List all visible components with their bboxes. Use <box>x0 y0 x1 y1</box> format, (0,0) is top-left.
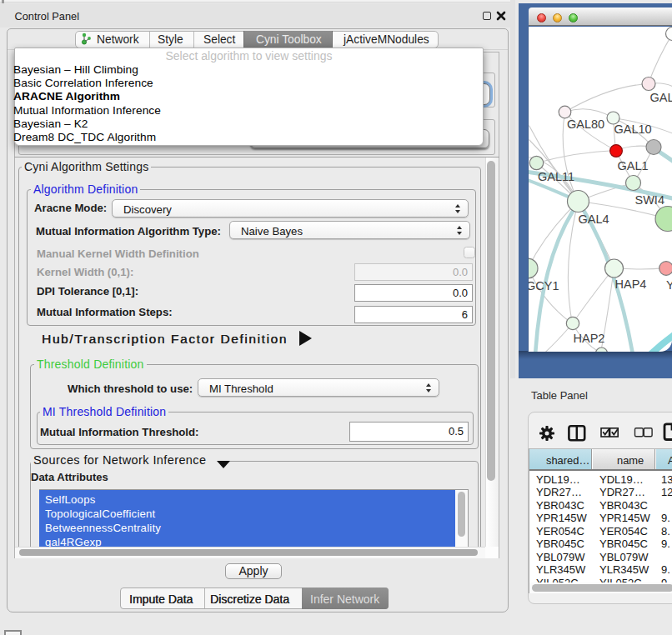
svg-text:Y: Y <box>666 278 672 291</box>
svg-text:GAL11: GAL11 <box>538 169 574 182</box>
svg-text:GCY1: GCY1 <box>529 278 559 292</box>
svg-text:GAL4: GAL4 <box>579 212 609 226</box>
svg-text:GAL10: GAL10 <box>614 122 652 136</box>
svg-text:GAL80: GAL80 <box>567 118 604 131</box>
svg-text:HAP4: HAP4 <box>615 277 647 290</box>
svg-text:GAL: GAL <box>650 90 672 103</box>
svg-text:HAP2: HAP2 <box>574 331 605 344</box>
svg-text:SWI4: SWI4 <box>635 192 664 206</box>
svg-text:GAL1: GAL1 <box>618 159 649 172</box>
